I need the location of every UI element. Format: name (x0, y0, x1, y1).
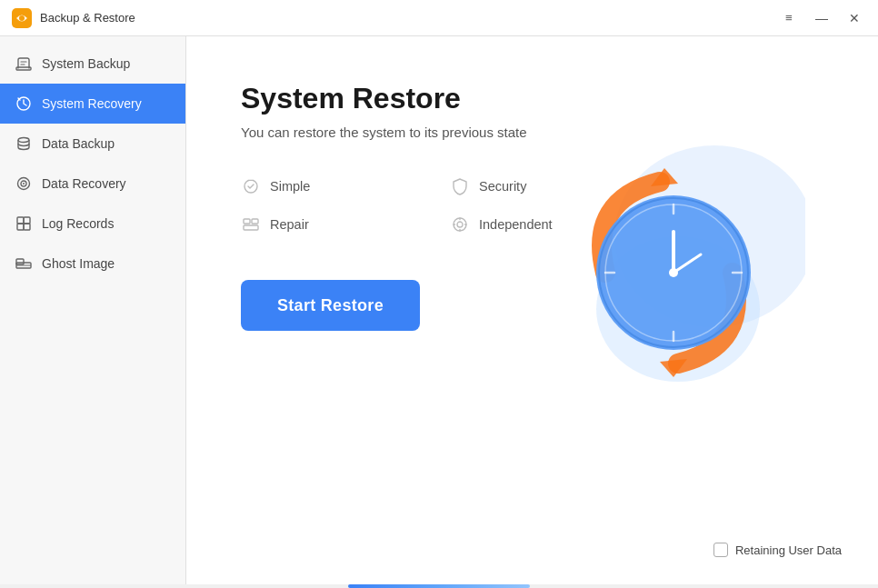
app-title: Backup & Restore (40, 11, 776, 25)
svg-rect-8 (24, 217, 30, 224)
retaining-checkbox[interactable] (713, 543, 728, 557)
content-area: System Restore You can restore the syste… (186, 36, 878, 584)
svg-point-3 (18, 138, 29, 143)
sidebar-item-ghost-image[interactable]: Ghost Image (0, 244, 185, 284)
bottom-accent-bar (348, 584, 530, 588)
sidebar-label-data-backup: Data Backup (42, 136, 115, 151)
sidebar-item-data-recovery[interactable]: Data Recovery (0, 164, 185, 204)
svg-rect-7 (17, 217, 24, 224)
sidebar-label-system-recovery: System Recovery (42, 96, 142, 111)
sidebar-label-data-recovery: Data Recovery (42, 176, 126, 191)
sidebar-item-system-backup[interactable]: System Backup (0, 44, 185, 84)
illustration (533, 127, 805, 418)
sidebar: System Backup System Recovery Data B (0, 36, 186, 584)
sidebar-item-data-backup[interactable]: Data Backup (0, 124, 185, 164)
security-icon (450, 176, 470, 196)
sidebar-item-system-recovery[interactable]: System Recovery (0, 84, 185, 124)
svg-point-37 (669, 268, 678, 277)
sidebar-label-ghost-image: Ghost Image (42, 256, 115, 271)
repair-icon (241, 214, 261, 234)
feature-repair: Repair (241, 214, 423, 234)
backup-icon (15, 55, 33, 73)
window-controls: — ✕ (809, 5, 867, 31)
data-backup-icon (15, 135, 33, 153)
svg-rect-16 (244, 225, 258, 230)
svg-rect-15 (252, 219, 258, 224)
security-label: Security (479, 179, 526, 194)
simple-icon (241, 176, 261, 196)
minimize-button[interactable]: — (809, 5, 834, 31)
sidebar-label-log-records: Log Records (42, 216, 114, 231)
retaining-area: Retaining User Data (713, 543, 842, 557)
log-icon (15, 214, 33, 233)
recovery-icon (15, 95, 33, 113)
retaining-label: Retaining User Data (735, 543, 842, 557)
data-recovery-icon (15, 174, 33, 193)
independent-icon (450, 214, 470, 234)
sidebar-item-log-records[interactable]: Log Records (0, 204, 185, 244)
sidebar-label-system-backup: System Backup (42, 56, 130, 71)
simple-label: Simple (270, 179, 310, 194)
start-restore-button[interactable]: Start Restore (241, 280, 420, 331)
title-bar: Backup & Restore ≡ — ✕ (0, 0, 878, 36)
svg-point-18 (457, 222, 463, 227)
main-layout: System Backup System Recovery Data B (0, 36, 878, 584)
svg-point-6 (23, 183, 25, 184)
svg-rect-10 (24, 224, 30, 230)
svg-rect-14 (244, 219, 250, 224)
svg-rect-11 (16, 259, 24, 264)
svg-rect-9 (17, 224, 24, 230)
app-logo (11, 7, 33, 29)
repair-label: Repair (270, 217, 309, 232)
ghost-icon (15, 254, 33, 273)
menu-button[interactable]: ≡ (776, 5, 802, 31)
close-button[interactable]: ✕ (842, 5, 867, 31)
feature-simple: Simple (241, 176, 423, 196)
page-title: System Restore (241, 82, 823, 115)
svg-point-1 (19, 15, 25, 21)
